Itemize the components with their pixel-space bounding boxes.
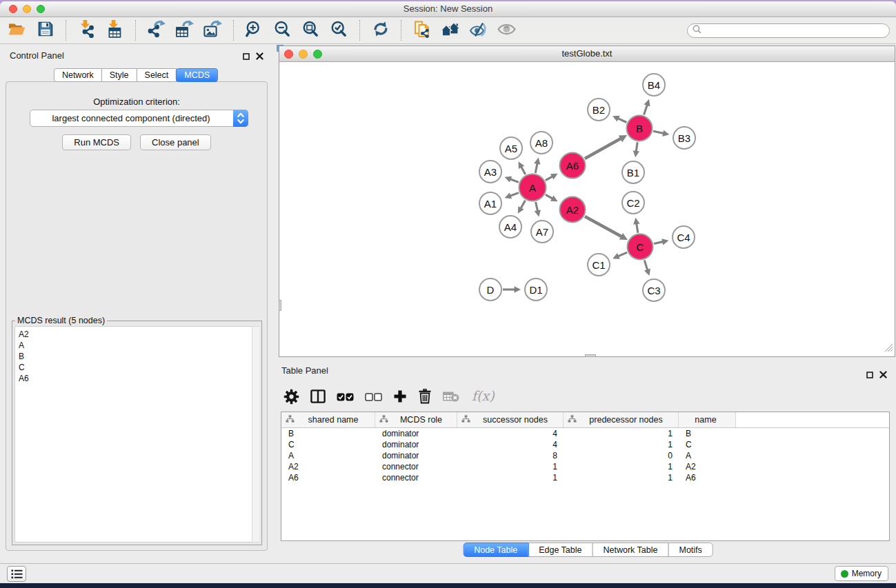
node-D[interactable]: D [479, 278, 501, 301]
node-C1[interactable]: C1 [588, 254, 610, 276]
node-C2[interactable]: C2 [622, 192, 644, 214]
criterion-dropdown[interactable]: largest connected component (directed) [30, 110, 248, 127]
select-all-checkboxes-button[interactable] [337, 392, 354, 404]
node-B1[interactable]: B1 [622, 161, 644, 183]
tab-edge-table[interactable]: Edge Table [528, 543, 593, 557]
table-row[interactable]: A2connector11A2 [281, 461, 889, 472]
float-panel-icon[interactable] [243, 50, 250, 63]
node-table[interactable]: shared name MCDS role successor nodes pr… [281, 412, 890, 541]
edge-A-A8[interactable] [535, 163, 537, 173]
import-network-button[interactable] [72, 19, 101, 42]
node-C3[interactable]: C3 [643, 279, 665, 301]
network-window-titlebar[interactable]: testGlobe.txt [279, 46, 895, 62]
export-table-button[interactable] [170, 19, 199, 42]
result-list-item[interactable]: A6 [19, 373, 259, 384]
edge-C-C3[interactable] [644, 261, 648, 270]
node-A6[interactable]: A6 [560, 153, 586, 179]
duplicate-network-view-button[interactable] [408, 19, 436, 42]
result-list-item[interactable]: A [19, 340, 259, 351]
zoom-selected-button[interactable] [325, 19, 353, 42]
column-header-name[interactable]: name [679, 412, 736, 427]
search-input[interactable] [704, 25, 889, 36]
network-zoom-button[interactable] [313, 50, 322, 59]
column-header-shared-name[interactable]: shared name [281, 412, 375, 427]
edge-B-B3[interactable] [653, 131, 664, 133]
function-builder-button[interactable]: f(x) [470, 389, 495, 407]
node-A8[interactable]: A8 [530, 132, 552, 154]
edge-A-A4[interactable] [521, 201, 526, 209]
edge-A6-B[interactable] [585, 139, 621, 159]
tab-node-table[interactable]: Node Table [463, 543, 528, 557]
edge-C-C2[interactable] [637, 223, 638, 233]
column-header-MCDS-role[interactable]: MCDS role [375, 412, 457, 427]
search-box[interactable] [687, 23, 890, 38]
node-A4[interactable]: A4 [499, 216, 521, 238]
home-view-button[interactable] [436, 19, 464, 42]
zoom-fit-button[interactable] [297, 19, 325, 42]
tab-select[interactable]: Select [137, 68, 177, 82]
mcds-result-list[interactable]: A2ABCA6 [14, 326, 259, 543]
node-D1[interactable]: D1 [525, 278, 547, 301]
edge-C-C1[interactable] [618, 252, 627, 256]
table-row[interactable]: Bdominator41B [281, 428, 889, 439]
tab-network[interactable]: Network [54, 68, 102, 82]
split-panel-button[interactable] [310, 389, 326, 406]
tab-motifs[interactable]: Motifs [668, 543, 713, 557]
frame-bottom-grip[interactable] [585, 354, 596, 357]
edge-B-B4[interactable] [644, 105, 647, 115]
frame-resize-grip[interactable] [884, 343, 893, 355]
zoom-in-button[interactable] [240, 19, 268, 42]
result-list-item[interactable]: A2 [19, 329, 259, 340]
close-panel-button[interactable]: Close panel [140, 134, 211, 150]
result-list-item[interactable]: B [19, 351, 259, 362]
zoom-out-button[interactable] [268, 19, 297, 42]
minimize-window-button[interactable] [23, 5, 31, 13]
network-minimize-button[interactable] [299, 50, 308, 59]
result-list-scrollbar[interactable] [252, 326, 259, 543]
delete-column-button[interactable] [418, 389, 432, 407]
edge-A-A7[interactable] [536, 202, 538, 211]
add-column-button[interactable] [393, 389, 407, 406]
save-session-button[interactable] [31, 19, 59, 42]
result-list-item[interactable]: C [19, 362, 259, 373]
edge-B-B1[interactable] [636, 142, 637, 151]
edge-A-A6[interactable] [546, 176, 552, 181]
node-A5[interactable]: A5 [500, 137, 522, 159]
tab-mcds[interactable]: MCDS [176, 68, 218, 82]
table-row[interactable]: A6connector11A6 [281, 472, 889, 483]
tab-style[interactable]: Style [101, 68, 137, 82]
export-image-button[interactable] [199, 19, 227, 42]
hide-graphics-details-button[interactable] [464, 19, 492, 42]
close-panel-icon[interactable] [879, 369, 887, 381]
edge-A2-C[interactable] [585, 216, 621, 236]
node-A2[interactable]: A2 [560, 197, 586, 223]
network-close-button[interactable] [284, 50, 293, 59]
edge-B-B2[interactable] [618, 119, 627, 123]
edge-A-A2[interactable] [546, 194, 552, 199]
edge-C-C4[interactable] [654, 242, 663, 244]
float-panel-icon[interactable] [866, 369, 873, 381]
column-header-predecessor-nodes[interactable]: predecessor nodes [564, 412, 679, 427]
table-row[interactable]: Adominator80A [281, 450, 889, 461]
node-C[interactable]: C [628, 234, 653, 260]
table-options-gear-button[interactable] [283, 389, 299, 407]
node-A7[interactable]: A7 [531, 221, 553, 243]
zoom-window-button[interactable] [37, 5, 45, 13]
export-network-button[interactable] [142, 19, 170, 42]
node-A3[interactable]: A3 [479, 161, 501, 183]
close-panel-icon[interactable] [256, 50, 263, 63]
node-C4[interactable]: C4 [673, 226, 695, 248]
show-graphics-details-button[interactable] [492, 19, 521, 42]
node-A1[interactable]: A1 [479, 192, 501, 214]
edge-A-A3[interactable] [510, 179, 519, 183]
open-file-button[interactable] [3, 19, 31, 42]
deselect-all-checkboxes-button[interactable] [365, 392, 382, 404]
node-B4[interactable]: B4 [643, 74, 665, 96]
node-B[interactable]: B [627, 116, 653, 141]
delete-table-button[interactable] [443, 391, 459, 405]
tab-network-table[interactable]: Network Table [593, 543, 669, 557]
frame-left-grip[interactable] [279, 300, 281, 311]
node-A[interactable]: A [519, 174, 546, 201]
column-header-successor-nodes[interactable]: successor nodes [457, 412, 564, 427]
memory-button[interactable]: Memory [835, 566, 888, 581]
